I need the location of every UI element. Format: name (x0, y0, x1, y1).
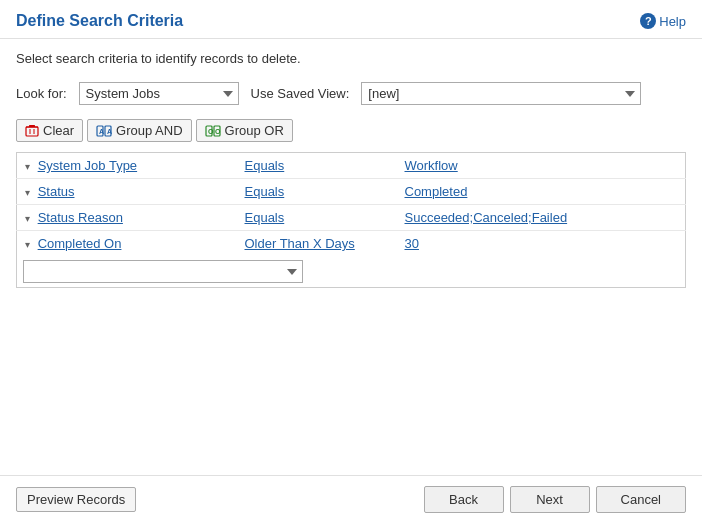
table-row: ▾ System Job Type Equals Workflow (17, 153, 686, 179)
field-link[interactable]: Completed On (38, 236, 122, 251)
svg-rect-2 (29, 125, 35, 127)
value-link[interactable]: 30 (405, 236, 419, 251)
clear-icon (25, 124, 39, 138)
criteria-table: ▾ System Job Type Equals Workflow ▾ Stat… (16, 152, 686, 288)
nav-buttons: Back Next Cancel (424, 486, 686, 513)
value-link[interactable]: Succeeded;Canceled;Failed (405, 210, 568, 225)
operator-link[interactable]: Older Than X Days (245, 236, 355, 251)
svg-text:O: O (208, 128, 214, 135)
group-and-icon: A A (96, 124, 112, 138)
look-for-label: Look for: (16, 86, 67, 101)
group-and-label: Group AND (116, 123, 182, 138)
preview-records-button[interactable]: Preview Records (16, 487, 136, 512)
operator-link[interactable]: Equals (245, 158, 285, 173)
row-chevron[interactable]: ▾ (25, 161, 30, 172)
page-title: Define Search Criteria (16, 12, 183, 30)
row-chevron[interactable]: ▾ (25, 239, 30, 250)
field-link[interactable]: Status (38, 184, 75, 199)
svg-text:A: A (107, 128, 112, 135)
group-and-button[interactable]: A A Group AND (87, 119, 191, 142)
field-link[interactable]: System Job Type (38, 158, 137, 173)
field-link[interactable]: Status Reason (38, 210, 123, 225)
clear-button[interactable]: Clear (16, 119, 83, 142)
look-for-select[interactable]: System Jobs (79, 82, 239, 105)
toolbar: Clear A A Group AND O O Group OR (16, 115, 686, 146)
new-criteria-row (17, 256, 686, 288)
next-button[interactable]: Next (510, 486, 590, 513)
content-area: Select search criteria to identify recor… (0, 39, 702, 475)
svg-rect-0 (26, 127, 38, 136)
back-button[interactable]: Back (424, 486, 504, 513)
saved-view-select[interactable]: [new] (361, 82, 641, 105)
operator-link[interactable]: Equals (245, 210, 285, 225)
group-or-label: Group OR (225, 123, 284, 138)
value-link[interactable]: Completed (405, 184, 468, 199)
clear-label: Clear (43, 123, 74, 138)
empty-area (16, 288, 686, 408)
row-chevron[interactable]: ▾ (25, 187, 30, 198)
help-label: Help (659, 14, 686, 29)
new-field-select[interactable] (23, 260, 303, 283)
group-or-button[interactable]: O O Group OR (196, 119, 293, 142)
svg-text:O: O (215, 128, 221, 135)
table-row: ▾ Status Equals Completed (17, 179, 686, 205)
cancel-button[interactable]: Cancel (596, 486, 686, 513)
table-row: ▾ Status Reason Equals Succeeded;Cancele… (17, 205, 686, 231)
table-row: ▾ Completed On Older Than X Days 30 (17, 231, 686, 257)
row-chevron[interactable]: ▾ (25, 213, 30, 224)
operator-link[interactable]: Equals (245, 184, 285, 199)
footer: Preview Records Back Next Cancel (0, 475, 702, 525)
group-or-icon: O O (205, 124, 221, 138)
look-for-row: Look for: System Jobs Use Saved View: [n… (16, 82, 686, 105)
help-link[interactable]: ? Help (640, 13, 686, 29)
help-icon: ? (640, 13, 656, 29)
value-link[interactable]: Workflow (405, 158, 458, 173)
svg-text:A: A (99, 128, 104, 135)
subtitle-text: Select search criteria to identify recor… (16, 51, 686, 66)
page-container: Define Search Criteria ? Help Select sea… (0, 0, 702, 525)
header: Define Search Criteria ? Help (0, 0, 702, 39)
saved-view-label: Use Saved View: (251, 86, 350, 101)
